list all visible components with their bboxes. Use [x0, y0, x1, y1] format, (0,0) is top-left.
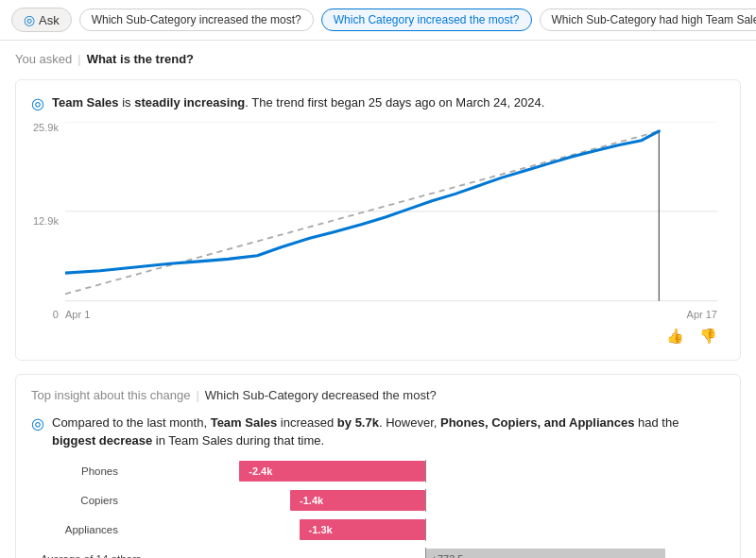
trend-insight-icon: ◎ — [31, 94, 44, 112]
bar-had: had the — [634, 415, 679, 430]
top-insight-label: Top insight about this change — [31, 388, 190, 402]
bar-row-phones: Phones -2.4k — [41, 460, 725, 482]
ask-button[interactable]: ◎ Ask — [11, 8, 72, 32]
trend-desc-prefix: is — [119, 95, 135, 110]
ask-label: Ask — [39, 13, 60, 27]
bar-insight-icon: ◎ — [31, 414, 44, 432]
main-content: You asked | What is the trend? ◎ Team Sa… — [0, 41, 756, 558]
suggestion-cat-increase-label: Which Category increased the most? — [334, 13, 520, 26]
thumbdown-button[interactable]: 👎 — [696, 326, 721, 347]
bar-row-average: Average of 14 others +772.5 — [41, 548, 725, 558]
y-label-bottom: 0 — [53, 309, 59, 320]
you-asked-question: What is the trend? — [87, 52, 194, 66]
bar-row-copiers: Copiers -1.4k — [41, 489, 725, 512]
bar-insight-header: ◎ Compared to the last month, Team Sales… — [31, 414, 725, 450]
bar-wrapper-phones: -2.4k — [126, 460, 725, 482]
bar-label-copiers: Copiers — [41, 495, 126, 506]
x-label-start: Apr 1 — [65, 309, 90, 320]
bar-row-appliances: Appliances -1.3k — [41, 518, 725, 541]
line-chart-area — [65, 122, 717, 305]
trend-word: steadily increasing — [134, 95, 245, 110]
bar-label-appliances: Appliances — [41, 524, 126, 535]
top-insight-row: Top insight about this change | Which Su… — [31, 388, 725, 402]
bar-copiers: -1.4k — [290, 490, 424, 511]
you-asked-sep: | — [77, 52, 80, 66]
trend-feedback-row: 👍 👎 — [31, 326, 725, 347]
bar-desc-prefix: Compared to the last month, — [52, 415, 211, 430]
x-axis-labels: Apr 1 Apr 17 — [65, 309, 717, 320]
bar-value-copiers: -1.4k — [300, 495, 323, 506]
bar-value-average: +772.5 — [432, 553, 464, 558]
x-label-end: Apr 17 — [687, 309, 717, 320]
trend-insight-header: ◎ Team Sales is steadily increasing. The… — [31, 93, 725, 112]
bar-however: . However, — [379, 415, 440, 430]
suggestion-sub-cat-high-sales-label: Which Sub-Category had high Team Sales? — [552, 13, 756, 26]
you-asked-row: You asked | What is the trend? — [15, 52, 741, 66]
top-insight-question: Which Sub-Category decreased the most? — [205, 388, 437, 402]
suggestion-sub-cat-increase[interactable]: Which Sub-Category increased the most? — [79, 8, 314, 31]
bar-average: +772.5 — [426, 549, 665, 558]
bar-amount: by 5.7k — [337, 415, 379, 430]
bar-verb: increased — [277, 415, 337, 430]
top-nav: ◎ Ask Which Sub-Category increased the m… — [0, 0, 756, 41]
thumbup-button[interactable]: 👍 — [662, 326, 688, 347]
suggestion-sub-cat-high-sales[interactable]: Which Sub-Category had high Team Sales? — [540, 8, 756, 31]
ask-icon: ◎ — [24, 12, 35, 27]
top-insight-sep: | — [196, 388, 198, 402]
bar-wrapper-average: +772.5 — [126, 548, 725, 558]
suggestion-sub-cat-increase-label: Which Sub-Category increased the most? — [92, 13, 301, 26]
bar-wrapper-copiers: -1.4k — [126, 489, 725, 512]
you-asked-label: You asked — [15, 52, 72, 66]
trend-desc-suffix: . The trend first began 25 days ago on M… — [245, 95, 544, 110]
bar-biggest: biggest decrease — [52, 433, 152, 448]
bar-end: in Team Sales during that time. — [152, 433, 324, 448]
trend-metric: Team Sales — [52, 95, 119, 110]
bar-insight-text: Compared to the last month, Team Sales i… — [52, 414, 725, 450]
svg-line-3 — [65, 131, 659, 294]
trend-insight-text: Team Sales is steadily increasing. The t… — [52, 93, 544, 112]
bar-appliances: -1.3k — [300, 519, 425, 540]
y-label-mid: 12.9k — [33, 215, 59, 227]
bar-label-phones: Phones — [41, 465, 126, 477]
bar-insight-block: Top insight about this change | Which Su… — [15, 374, 741, 558]
bar-wrapper-appliances: -1.3k — [126, 518, 725, 541]
bar-items: Phones, Copiers, and Appliances — [440, 415, 634, 430]
bar-phones: -2.4k — [239, 461, 424, 482]
line-chart-svg — [65, 122, 717, 302]
trend-insight-block: ◎ Team Sales is steadily increasing. The… — [15, 79, 741, 361]
y-axis-labels: 25.9k 12.9k 0 — [33, 122, 59, 320]
bar-value-appliances: -1.3k — [309, 524, 333, 535]
bar-chart: Phones -2.4k Copiers — [41, 460, 725, 558]
suggestion-cat-increase[interactable]: Which Category increased the most? — [321, 8, 532, 31]
bar-value-phones: -2.4k — [249, 465, 272, 477]
bar-label-average: Average of 14 others — [41, 553, 126, 558]
bar-metric: Team Sales — [211, 415, 278, 430]
y-label-top: 25.9k — [33, 122, 59, 133]
